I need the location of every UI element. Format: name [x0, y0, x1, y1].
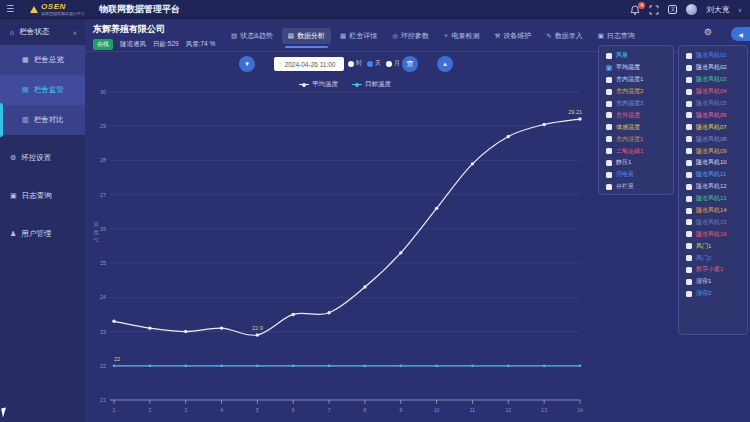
device-row-16[interactable]: 隧道风机16 — [679, 228, 747, 240]
tab-2[interactable]: ▤数据分析 — [282, 28, 331, 44]
device-row-1[interactable]: 隧道风机01 — [679, 50, 747, 62]
metric-row-10[interactable]: 静压1 — [599, 157, 673, 169]
settings-gear-icon[interactable]: ⚙ — [704, 27, 712, 37]
device-row-19[interactable]: 数字小窗1 — [679, 264, 747, 276]
checkbox-unchecked[interactable] — [686, 279, 692, 285]
fullscreen-icon[interactable] — [649, 5, 659, 15]
device-row-18[interactable]: 风门2 — [679, 252, 747, 264]
metric-label: 存栏量 — [616, 182, 634, 191]
metric-row-3[interactable]: 舍内温度1 — [599, 74, 673, 86]
device-row-5[interactable]: 隧道风机05 — [679, 98, 747, 110]
device-row-8[interactable]: 隧道风机08 — [679, 133, 747, 145]
granularity-radio-1[interactable]: 时 — [348, 59, 362, 68]
checkbox-unchecked[interactable] — [606, 148, 612, 154]
checkbox-unchecked[interactable] — [686, 255, 692, 261]
device-row-13[interactable]: 隧道风机13 — [679, 193, 747, 205]
device-row-12[interactable]: 隧道风机12 — [679, 181, 747, 193]
hamburger-menu-icon[interactable]: ☰ — [6, 4, 14, 14]
granularity-radio-2[interactable]: 天 — [367, 59, 381, 68]
metric-row-4[interactable]: 舍内温度2 — [599, 86, 673, 98]
device-row-2[interactable]: 隧道风机02 — [679, 62, 747, 74]
checkbox-unchecked[interactable] — [686, 196, 692, 202]
checkbox-unchecked[interactable] — [686, 160, 692, 166]
metric-row-9[interactable]: 二氧化碳1 — [599, 145, 673, 157]
user-name[interactable]: 刘大克 — [706, 5, 729, 15]
tab-4[interactable]: ◎环控参数 — [386, 28, 435, 44]
device-row-10[interactable]: 隧道风机10 — [679, 157, 747, 169]
device-row-7[interactable]: 隧道风机07 — [679, 121, 747, 133]
language-translate-icon[interactable]: 文 — [668, 5, 677, 14]
device-row-17[interactable]: 风门1 — [679, 240, 747, 252]
sidebar-group-barn-status[interactable]: ⌂ 栏舍状态 ∧ — [0, 19, 85, 45]
device-row-6[interactable]: 隧道风机06 — [679, 109, 747, 121]
checkbox-unchecked[interactable] — [686, 65, 692, 71]
checkbox-unchecked[interactable] — [686, 89, 692, 95]
checkbox-unchecked[interactable] — [606, 112, 612, 118]
checkbox-unchecked[interactable] — [686, 231, 692, 237]
metric-row-7[interactable]: 体感温度 — [599, 121, 673, 133]
drawer-handle[interactable] — [0, 103, 3, 137]
checkbox-unchecked[interactable] — [606, 101, 612, 107]
avatar[interactable] — [686, 4, 697, 15]
sidebar-item-2[interactable]: ▣日志查询 — [0, 181, 85, 211]
checkbox-unchecked[interactable] — [606, 89, 612, 95]
metric-row-6[interactable]: 舍外温度 — [599, 109, 673, 121]
checkbox-unchecked[interactable] — [686, 219, 692, 225]
checkbox-unchecked[interactable] — [686, 208, 692, 214]
metric-row-2[interactable]: ✓平均温度 — [599, 62, 673, 74]
checkbox-unchecked[interactable] — [686, 53, 692, 59]
checkbox-unchecked[interactable] — [686, 101, 692, 107]
prev-period-button[interactable]: ▾ — [239, 56, 255, 72]
granularity-radio-3[interactable]: 月 — [386, 59, 400, 68]
notifications-bell-icon[interactable]: 4 — [630, 5, 640, 15]
checkbox-unchecked[interactable] — [686, 124, 692, 130]
tab-6[interactable]: ⚒设备维护 — [488, 28, 537, 44]
checkbox-unchecked[interactable] — [606, 77, 612, 83]
checkbox-unchecked[interactable] — [686, 184, 692, 190]
device-row-11[interactable]: 隧道风机11 — [679, 169, 747, 181]
checkbox-unchecked[interactable] — [686, 267, 692, 273]
checkbox-unchecked[interactable] — [606, 160, 612, 166]
checkbox-unchecked[interactable] — [606, 184, 612, 190]
tab-1[interactable]: ▧状态&趋势 — [225, 28, 279, 44]
checkbox-unchecked[interactable] — [606, 136, 612, 142]
checkbox-unchecked[interactable] — [686, 291, 692, 297]
device-row-21[interactable]: 湿帘2 — [679, 288, 747, 300]
checkbox-checked[interactable]: ✓ — [606, 65, 612, 71]
search-button[interactable]: 查 — [402, 56, 418, 72]
fan-volume-label: 风量:74 % — [186, 40, 216, 49]
device-row-15[interactable]: 隧道风机15 — [679, 216, 747, 228]
checkbox-unchecked[interactable] — [686, 136, 692, 142]
checkbox-unchecked[interactable] — [686, 243, 692, 249]
checkbox-unchecked[interactable] — [606, 124, 612, 130]
device-row-9[interactable]: 隧道风机09 — [679, 145, 747, 157]
checkbox-unchecked[interactable] — [606, 53, 612, 59]
device-row-20[interactable]: 湿帘1 — [679, 276, 747, 288]
collapse-panel-button[interactable]: ◀ — [731, 27, 750, 41]
sidebar-subitem-3[interactable]: ▥栏舍对比 — [0, 105, 85, 135]
checkbox-unchecked[interactable] — [686, 112, 692, 118]
tab-5[interactable]: ⚡电量检测 — [438, 28, 486, 44]
metric-row-1[interactable]: 风量 — [599, 50, 673, 62]
checkbox-unchecked[interactable] — [686, 77, 692, 83]
checkbox-unchecked[interactable] — [686, 148, 692, 154]
tab-3[interactable]: ▦栏舍详情 — [334, 28, 383, 44]
date-picker-input[interactable]: ○ 2024-04-26 11:00 — [274, 57, 344, 71]
checkbox-unchecked[interactable] — [686, 172, 692, 178]
checkbox-unchecked[interactable] — [606, 172, 612, 178]
tab-8[interactable]: ▣日志查询 — [592, 28, 641, 44]
sidebar-item-3[interactable]: ♟用户管理 — [0, 219, 85, 249]
sidebar-subitem-2[interactable]: ▤栏舍监管 — [0, 75, 85, 105]
device-row-4[interactable]: 隧道风机04 — [679, 86, 747, 98]
tab-7[interactable]: ✎数据录入 — [540, 28, 588, 44]
sidebar-subitem-1[interactable]: ▦栏舍总览 — [0, 45, 85, 75]
metric-row-5[interactable]: 舍内温度3 — [599, 98, 673, 110]
metric-row-8[interactable]: 舍内湿度1 — [599, 133, 673, 145]
metric-row-11[interactable]: 用电量 — [599, 169, 673, 181]
user-menu-chevron-down-icon[interactable]: ∨ — [738, 7, 742, 13]
sidebar-item-1[interactable]: ⚙环控设置 — [0, 143, 85, 173]
next-period-button[interactable]: ▴ — [437, 56, 453, 72]
device-row-14[interactable]: 隧道风机14 — [679, 205, 747, 217]
device-row-3[interactable]: 隧道风机03 — [679, 74, 747, 86]
metric-row-12[interactable]: 存栏量 — [599, 181, 673, 193]
